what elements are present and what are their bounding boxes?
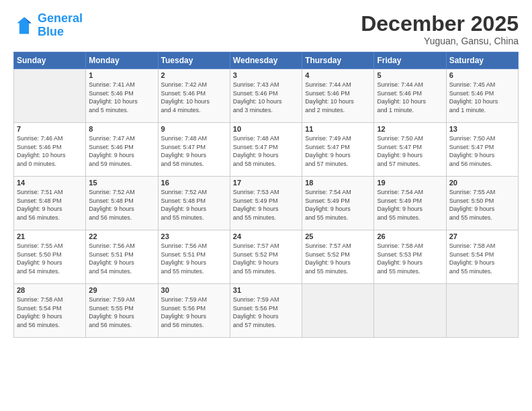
week-row-2: 14Sunrise: 7:51 AM Sunset: 5:48 PM Dayli… [14, 177, 519, 230]
day-number: 26 [377, 232, 443, 240]
calendar-table: SundayMondayTuesdayWednesdayThursdayFrid… [13, 52, 519, 338]
day-info: Sunrise: 7:59 AM Sunset: 5:56 PM Dayligh… [233, 295, 299, 329]
weekday-header-wednesday: Wednesday [230, 52, 302, 69]
day-info: Sunrise: 7:50 AM Sunset: 5:47 PM Dayligh… [377, 134, 443, 168]
day-number: 3 [233, 71, 299, 79]
calendar-cell: 14Sunrise: 7:51 AM Sunset: 5:48 PM Dayli… [14, 177, 86, 230]
week-row-0: 1Sunrise: 7:41 AM Sunset: 5:46 PM Daylig… [14, 69, 519, 123]
week-row-4: 28Sunrise: 7:58 AM Sunset: 5:54 PM Dayli… [14, 284, 519, 338]
calendar-cell: 5Sunrise: 7:44 AM Sunset: 5:46 PM Daylig… [374, 69, 446, 123]
day-info: Sunrise: 7:55 AM Sunset: 5:50 PM Dayligh… [17, 242, 83, 275]
calendar-cell: 22Sunrise: 7:56 AM Sunset: 5:51 PM Dayli… [86, 230, 158, 284]
logo-icon [13, 15, 35, 36]
day-number: 27 [449, 232, 515, 240]
weekday-header-tuesday: Tuesday [158, 52, 230, 69]
day-info: Sunrise: 7:45 AM Sunset: 5:46 PM Dayligh… [449, 81, 515, 114]
day-number: 31 [233, 286, 299, 294]
location: Yuguan, Gansu, China [361, 36, 519, 46]
calendar-cell: 28Sunrise: 7:58 AM Sunset: 5:54 PM Dayli… [14, 284, 86, 338]
day-info: Sunrise: 7:54 AM Sunset: 5:49 PM Dayligh… [377, 188, 443, 222]
logo: General Blue [13, 12, 83, 39]
calendar-cell: 23Sunrise: 7:56 AM Sunset: 5:51 PM Dayli… [158, 230, 230, 284]
calendar-cell: 2Sunrise: 7:42 AM Sunset: 5:46 PM Daylig… [158, 69, 230, 123]
calendar-cell: 16Sunrise: 7:52 AM Sunset: 5:48 PM Dayli… [158, 177, 230, 230]
calendar-cell: 4Sunrise: 7:44 AM Sunset: 5:46 PM Daylig… [302, 69, 374, 123]
day-number: 5 [377, 71, 443, 79]
calendar-cell: 8Sunrise: 7:47 AM Sunset: 5:46 PM Daylig… [86, 123, 158, 177]
calendar-cell [14, 69, 86, 123]
calendar-cell: 3Sunrise: 7:43 AM Sunset: 5:46 PM Daylig… [230, 69, 302, 123]
day-info: Sunrise: 7:53 AM Sunset: 5:49 PM Dayligh… [233, 188, 299, 222]
day-info: Sunrise: 7:47 AM Sunset: 5:46 PM Dayligh… [89, 134, 154, 168]
day-number: 8 [89, 125, 154, 133]
day-number: 11 [305, 125, 371, 133]
calendar-cell: 19Sunrise: 7:54 AM Sunset: 5:49 PM Dayli… [374, 177, 446, 230]
calendar-cell [374, 284, 446, 338]
calendar-cell: 12Sunrise: 7:50 AM Sunset: 5:47 PM Dayli… [374, 123, 446, 177]
day-info: Sunrise: 7:44 AM Sunset: 5:46 PM Dayligh… [377, 81, 443, 114]
calendar-cell: 11Sunrise: 7:49 AM Sunset: 5:47 PM Dayli… [302, 123, 374, 177]
day-info: Sunrise: 7:57 AM Sunset: 5:52 PM Dayligh… [305, 242, 371, 275]
day-info: Sunrise: 7:48 AM Sunset: 5:47 PM Dayligh… [161, 134, 227, 168]
day-info: Sunrise: 7:52 AM Sunset: 5:48 PM Dayligh… [161, 188, 227, 222]
weekday-header-sunday: Sunday [14, 52, 86, 69]
day-info: Sunrise: 7:56 AM Sunset: 5:51 PM Dayligh… [161, 242, 227, 275]
day-number: 30 [161, 286, 227, 294]
calendar-cell: 13Sunrise: 7:50 AM Sunset: 5:47 PM Dayli… [446, 123, 518, 177]
day-info: Sunrise: 7:58 AM Sunset: 5:54 PM Dayligh… [17, 295, 83, 329]
day-info: Sunrise: 7:59 AM Sunset: 5:55 PM Dayligh… [89, 295, 154, 329]
calendar-cell: 17Sunrise: 7:53 AM Sunset: 5:49 PM Dayli… [230, 177, 302, 230]
page: General Blue December 2025 Yuguan, Gansu… [0, 0, 532, 411]
day-info: Sunrise: 7:54 AM Sunset: 5:49 PM Dayligh… [305, 188, 371, 222]
day-number: 23 [161, 232, 227, 240]
day-number: 9 [161, 125, 227, 133]
calendar-cell: 31Sunrise: 7:59 AM Sunset: 5:56 PM Dayli… [230, 284, 302, 338]
day-number: 4 [305, 71, 371, 79]
day-number: 25 [305, 232, 371, 240]
svg-marker-0 [17, 17, 31, 34]
day-number: 22 [89, 232, 154, 240]
logo-text: General Blue [38, 12, 83, 39]
weekday-header-saturday: Saturday [446, 52, 518, 69]
calendar-cell: 9Sunrise: 7:48 AM Sunset: 5:47 PM Daylig… [158, 123, 230, 177]
calendar-cell: 10Sunrise: 7:48 AM Sunset: 5:47 PM Dayli… [230, 123, 302, 177]
calendar-cell: 15Sunrise: 7:52 AM Sunset: 5:48 PM Dayli… [86, 177, 158, 230]
day-info: Sunrise: 7:41 AM Sunset: 5:46 PM Dayligh… [89, 81, 154, 114]
calendar-cell: 26Sunrise: 7:58 AM Sunset: 5:53 PM Dayli… [374, 230, 446, 284]
day-number: 7 [17, 125, 83, 133]
day-number: 16 [161, 179, 227, 187]
day-number: 1 [89, 71, 154, 79]
day-info: Sunrise: 7:49 AM Sunset: 5:47 PM Dayligh… [305, 134, 371, 168]
calendar-cell: 1Sunrise: 7:41 AM Sunset: 5:46 PM Daylig… [86, 69, 158, 123]
header: General Blue December 2025 Yuguan, Gansu… [13, 12, 519, 46]
day-number: 29 [89, 286, 154, 294]
day-info: Sunrise: 7:51 AM Sunset: 5:48 PM Dayligh… [17, 188, 83, 222]
day-info: Sunrise: 7:43 AM Sunset: 5:46 PM Dayligh… [233, 81, 299, 114]
day-number: 10 [233, 125, 299, 133]
day-number: 15 [89, 179, 154, 187]
day-number: 17 [233, 179, 299, 187]
day-number: 18 [305, 179, 371, 187]
day-number: 12 [377, 125, 443, 133]
day-number: 21 [17, 232, 83, 240]
weekday-header-friday: Friday [374, 52, 446, 69]
day-info: Sunrise: 7:52 AM Sunset: 5:48 PM Dayligh… [89, 188, 154, 222]
calendar-cell: 29Sunrise: 7:59 AM Sunset: 5:55 PM Dayli… [86, 284, 158, 338]
weekday-header-row: SundayMondayTuesdayWednesdayThursdayFrid… [14, 52, 519, 69]
calendar-cell: 20Sunrise: 7:55 AM Sunset: 5:50 PM Dayli… [446, 177, 518, 230]
day-info: Sunrise: 7:46 AM Sunset: 5:46 PM Dayligh… [17, 134, 83, 168]
day-number: 6 [449, 71, 515, 79]
calendar-cell: 27Sunrise: 7:58 AM Sunset: 5:54 PM Dayli… [446, 230, 518, 284]
day-number: 2 [161, 71, 227, 79]
day-number: 19 [377, 179, 443, 187]
title-block: December 2025 Yuguan, Gansu, China [361, 12, 519, 46]
day-info: Sunrise: 7:50 AM Sunset: 5:47 PM Dayligh… [449, 134, 515, 168]
calendar-cell: 25Sunrise: 7:57 AM Sunset: 5:52 PM Dayli… [302, 230, 374, 284]
week-row-1: 7Sunrise: 7:46 AM Sunset: 5:46 PM Daylig… [14, 123, 519, 177]
day-number: 28 [17, 286, 83, 294]
calendar-cell [302, 284, 374, 338]
day-info: Sunrise: 7:56 AM Sunset: 5:51 PM Dayligh… [89, 242, 154, 275]
day-info: Sunrise: 7:42 AM Sunset: 5:46 PM Dayligh… [161, 81, 227, 114]
week-row-3: 21Sunrise: 7:55 AM Sunset: 5:50 PM Dayli… [14, 230, 519, 284]
day-info: Sunrise: 7:55 AM Sunset: 5:50 PM Dayligh… [449, 188, 515, 222]
